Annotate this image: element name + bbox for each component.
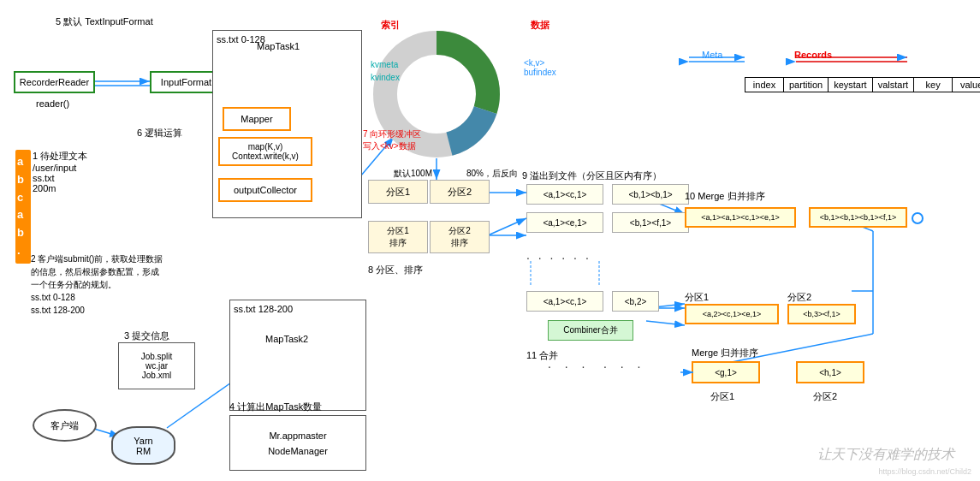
dots-3: · · · [603,359,645,373]
client-ellipse: 客户端 [33,409,97,442]
table-header-key: key [914,78,953,92]
default-100m-label: 默认100M [394,168,432,180]
spill-label: 9 溢出到文件（分区且区内有序） [522,169,662,182]
merge-sort-2-label: Merge 归并排序 [692,347,758,359]
default-text-input-label: 5 默认 TextInputFormat [56,15,153,28]
final-g1-box: <g,1> [692,361,760,383]
svg-point-34 [399,56,474,132]
kvmeta-label: kvmeta [371,60,398,69]
table-header-partition: partition [784,78,829,92]
merge-result-4-box: <b,3><f,1> [787,304,856,324]
records-label: Records [794,50,832,60]
partition1-final-label: 分区1 [710,390,734,403]
sort-a1c1-box: <a,1><c,1> [526,291,603,312]
final-h1-box: <h,1> [796,361,864,383]
partition2-final-label: 分区2 [813,390,837,403]
index-label: 索引 [381,19,400,32]
partition1-sort-box: 分区1 排序 [368,221,428,253]
sidebar-letters: abcab. [15,150,31,264]
svg-line-30 [646,321,685,325]
url-label: https://blog.csdn.net/Child2 [878,467,971,476]
watermark: 让天下没有难学的技术 [817,446,954,464]
partition2-box: 分区2 [430,180,490,204]
records-table: index partition keystart valstart key va… [745,77,980,92]
recorder-reader-box: RecorderReader [14,71,95,93]
maptask2-label: MapTask2 [265,334,308,344]
dots-1: · · · · · · [526,251,591,264]
merge-circle-1 [912,212,924,224]
table-header-keystart: keystart [829,78,873,92]
pending-text-label: 1 待处理文本 /user/input ss.txt 200m [33,150,118,193]
mapper-box: Mapper [223,107,291,131]
merge-result-2-box: <b,1><b,1><b,1><f,1> [809,207,907,228]
submit-label: 3 提交信息 [124,330,169,342]
appmaster-label: 4 计算出MapTask数量 [229,401,322,413]
diagram-container: 5 默认 TextInputFormat RecorderReader Inpu… [0,0,980,481]
sort-b2-box: <b,2> [612,291,659,312]
table-header-value: value [953,78,980,92]
data-label: 数据 [531,19,549,32]
write-buffer-label: 7 向环形缓冲区 写入<kv>数据 [363,128,448,152]
merge-result-3-box: <a,2><c,1><e,1> [685,304,779,324]
sort-partition-label: 8 分区、排序 [368,264,423,276]
partition1-label: 分区1 [685,291,709,304]
merge-sort-1-label: 10 Merge 归并排序 [685,190,765,203]
meta-label: Meta [702,50,722,60]
spill-b1f1-box: <b,1><f,1> [612,212,689,233]
partition2-sort-box: 分区2 排序 [430,221,490,253]
dots-2: · · · [548,359,590,373]
output-collector-box: outputCollector [218,178,312,202]
spill-a1c1-box: <a,1><c,1> [526,184,603,205]
partition2-label: 分区2 [787,291,811,304]
kvindex-label: kvindex [371,73,400,82]
logic-calc-label: 6 逻辑运算 [137,127,182,140]
merge-result-1-box: <a,1><a,1><c,1><e,1> [685,207,796,228]
table-header-valstart: valstart [872,78,913,92]
spill-a1c1e1-box: <a,1><e,1> [526,212,603,233]
submit-info-label: 2 客户端submit()前，获取处理数据的信息，然后根据参数配置，形成一个任务… [31,252,163,317]
maptask1-label: MapTask1 [257,41,300,51]
yarn-rm-shape: Yarn RM [111,426,175,465]
kv-bufindex-label: <k,v> bufindex [524,58,556,77]
percent-80-label: 80%，后反向 [466,168,518,180]
partition1-box: 分区1 [368,180,428,204]
spill-b1b1-box: <b,1><b,1> [612,184,689,205]
reader-label: reader() [36,98,69,109]
table-header-index: index [745,78,784,92]
combiner-box: Combiner合并 [548,320,633,341]
maptask2-outer-box: ss.txt 128-200 [229,300,366,411]
appmaster-box: Mr.appmaster NodeManager [229,415,366,471]
svg-line-12 [488,218,526,235]
job-split-box: Job.split wc.jar Job.xml [118,342,195,389]
map-kv-box: map(K,v) Context.write(k,v) [218,137,312,166]
